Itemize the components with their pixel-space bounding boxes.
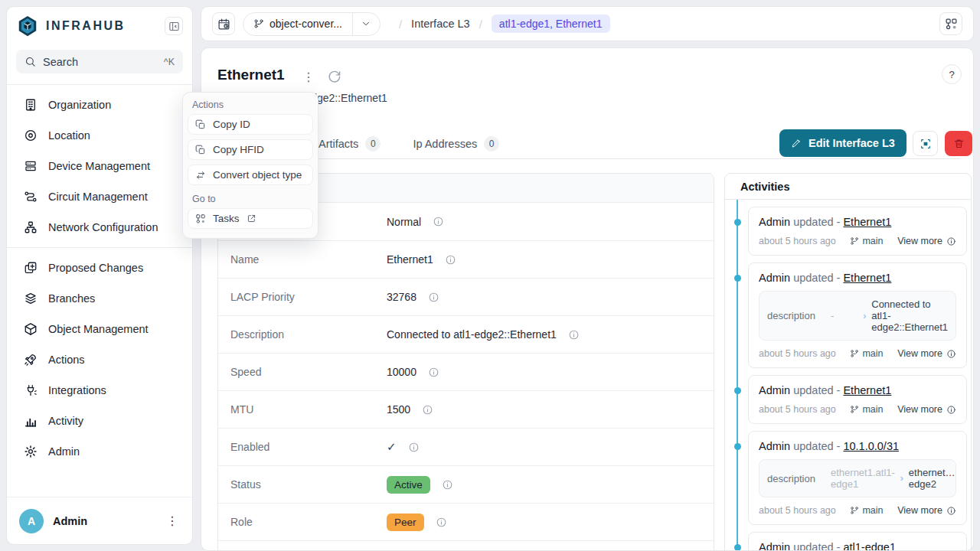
tab-artifacts[interactable]: Artifacts 0: [318, 136, 381, 152]
refresh-button[interactable]: [327, 69, 342, 84]
user-menu-kebab-icon[interactable]: ⋮: [165, 514, 180, 529]
activity-branch[interactable]: main: [850, 348, 883, 359]
view-more-link[interactable]: View more: [897, 505, 956, 516]
plug-icon: [24, 383, 38, 397]
info-icon[interactable]: [408, 442, 420, 453]
sidebar-item-device-management[interactable]: Device Management: [13, 151, 186, 181]
info-icon[interactable]: [433, 216, 444, 227]
info-icon[interactable]: [428, 292, 439, 303]
menu-item-tasks[interactable]: Tasks: [188, 208, 313, 229]
pencil-icon: [791, 138, 802, 148]
diff-old-value: -: [831, 310, 858, 321]
schema-visualizer-button[interactable]: [939, 12, 962, 35]
sidebar-nav-primary: Organization Location Device Management …: [7, 85, 192, 247]
sidebar-item-branches[interactable]: Branches: [13, 283, 186, 314]
activities-timeline: Admin updated - Ethernet1 about 5 hours …: [725, 200, 971, 551]
tab-ip-addresses[interactable]: Ip Addresses 0: [413, 136, 499, 152]
activity-branch[interactable]: main: [850, 236, 883, 246]
detail-value: 1500: [387, 403, 410, 416]
branch-selector[interactable]: object-conver...: [243, 12, 381, 36]
sidebar-item-circuit-management[interactable]: Circuit Management: [13, 181, 186, 212]
activity-target-link[interactable]: Ethernet1: [843, 384, 891, 396]
info-icon[interactable]: [445, 254, 456, 266]
activities-title: Activities: [725, 174, 971, 200]
activity-card: Admin updated - Ethernet1 description - …: [748, 262, 967, 368]
breadcrumb-object[interactable]: atl1-edge1, Ethernet1: [492, 15, 610, 33]
sidebar-item-organization[interactable]: Organization: [13, 90, 186, 120]
sidebar-item-network-configuration[interactable]: Network Configuration: [13, 212, 186, 243]
edit-button-label: Edit Interface L3: [808, 137, 895, 149]
swap-arrows-icon: [195, 170, 206, 181]
activity-timestamp: about 5 hours ago: [759, 404, 836, 415]
info-icon[interactable]: [568, 329, 580, 341]
detail-row-status: Status Active: [218, 465, 714, 503]
activity-card: Admin updated - atl1-edge1: [748, 532, 967, 551]
sidebar-item-actions[interactable]: Actions: [13, 344, 186, 375]
help-button[interactable]: ?: [942, 64, 962, 84]
branch-selector-current[interactable]: object-conver...: [243, 13, 352, 35]
chevron-down-icon: [361, 18, 371, 29]
info-icon[interactable]: [422, 404, 433, 416]
git-branch-icon: [850, 506, 859, 515]
detail-label: Name: [230, 253, 387, 266]
activity-actor: Admin: [759, 541, 790, 551]
detail-label: MTU: [230, 403, 387, 416]
info-icon[interactable]: [442, 479, 453, 491]
route-icon: [24, 190, 38, 204]
menu-item-label: Tasks: [213, 213, 240, 224]
activity-branch[interactable]: main: [850, 404, 883, 415]
nav-label: Object Management: [48, 323, 149, 335]
activity-timestamp: about 5 hours ago: [759, 348, 836, 359]
panel-collapse-icon: [168, 21, 180, 32]
activity-target-link[interactable]: Ethernet1: [843, 272, 891, 284]
view-more-link[interactable]: View more: [897, 348, 956, 359]
info-icon[interactable]: [436, 517, 447, 528]
manage-groups-button[interactable]: [913, 131, 938, 156]
menu-item-convert-object-type[interactable]: Convert object type: [188, 165, 313, 185]
sidebar-item-proposed-changes[interactable]: Proposed Changes: [13, 253, 186, 283]
activity-action: updated -: [793, 384, 840, 396]
info-icon: [946, 506, 956, 516]
tab-count-badge: 0: [484, 136, 499, 152]
workflow-icon: [945, 18, 958, 31]
sidebar-collapse-button[interactable]: [165, 17, 183, 35]
time-travel-button[interactable]: [212, 12, 235, 35]
info-icon: [946, 405, 956, 415]
info-icon: [946, 236, 956, 246]
info-icon[interactable]: [428, 367, 439, 378]
git-branch-icon: [253, 18, 264, 29]
sidebar-item-admin[interactable]: Admin: [13, 436, 186, 467]
enabled-check-icon: ✓: [387, 440, 397, 454]
branch-selector-dropdown[interactable]: [352, 13, 380, 35]
activity-target-link[interactable]: atl1-edge1: [843, 541, 896, 551]
sidebar-item-object-management[interactable]: Object Management: [13, 314, 186, 344]
view-more-link[interactable]: View more: [897, 236, 956, 246]
tab-count-badge: 0: [365, 136, 381, 152]
delete-button[interactable]: [945, 131, 972, 156]
copy-icon: [195, 145, 206, 155]
search-shortcut: ^K: [164, 57, 175, 67]
menu-item-copy-hfid[interactable]: Copy HFID: [188, 139, 313, 160]
activity-target-link[interactable]: Ethernet1: [843, 216, 891, 228]
activity-branch[interactable]: main: [850, 505, 883, 516]
external-link-icon: [247, 214, 256, 223]
activity-action: updated -: [793, 440, 840, 452]
avatar[interactable]: A: [19, 509, 44, 533]
search-input[interactable]: Search ^K: [16, 50, 183, 73]
menu-item-copy-id[interactable]: Copy ID: [188, 114, 313, 135]
activity-target-link[interactable]: 10.1.0.0/31: [843, 440, 899, 452]
view-more-link[interactable]: View more: [897, 404, 956, 415]
sidebar-item-integrations[interactable]: Integrations: [13, 375, 186, 406]
edit-interface-button[interactable]: Edit Interface L3: [779, 129, 906, 157]
diff-old-value: ethernet1.atl1-edge1: [831, 467, 895, 490]
detail-row: [218, 540, 714, 551]
nav-label: Admin: [48, 445, 80, 458]
nav-label: Branches: [48, 292, 95, 305]
breadcrumb-schema[interactable]: Interface L3: [411, 18, 470, 30]
object-actions-kebab-icon[interactable]: ⋮: [301, 70, 316, 85]
breadcrumb: / Interface L3 / atl1-edge1, Ethernet1: [399, 15, 610, 33]
copy-icon: [195, 119, 206, 130]
sidebar-item-activity[interactable]: Activity: [13, 406, 186, 436]
detail-value: Connected to atl1-edge2::Ethernet1: [387, 328, 557, 341]
sidebar-item-location[interactable]: Location: [13, 120, 186, 151]
